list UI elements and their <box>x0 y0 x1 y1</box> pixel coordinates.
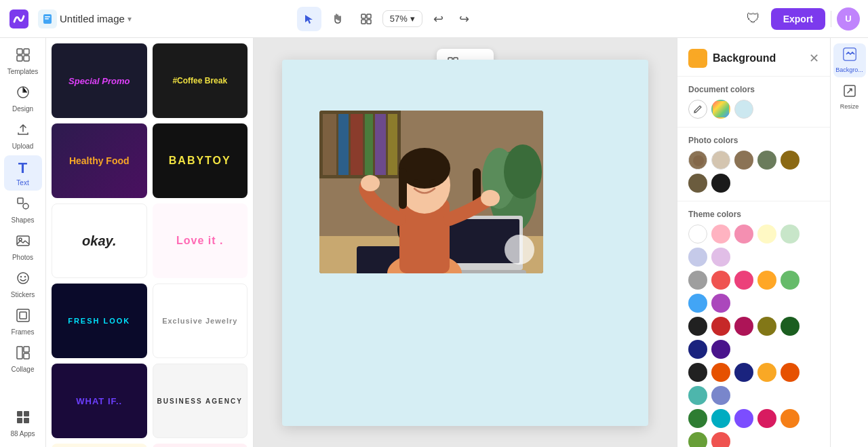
zoom-control[interactable]: 57% ▾ <box>382 10 422 27</box>
tc-0-5[interactable] <box>688 248 707 267</box>
sidebar-item-collage[interactable]: Collage <box>4 341 42 377</box>
template-card-business-agency[interactable]: BUSINESS AGENCY <box>153 364 248 438</box>
tc-0-1[interactable] <box>711 225 730 244</box>
template-text: FRESH LOOK <box>68 317 130 325</box>
tc-1-6[interactable] <box>711 294 730 313</box>
photo-color-swatch-2[interactable] <box>734 151 753 170</box>
template-text: BABYTOY <box>169 155 231 167</box>
canvas-photo-element[interactable] <box>319 111 543 273</box>
tc-1-3[interactable] <box>757 271 776 290</box>
design-label: Design <box>12 105 33 113</box>
photo-color-swatch-6[interactable] <box>711 174 730 193</box>
sidebar-item-frames[interactable]: Frames <box>4 304 42 340</box>
template-card-special-promo[interactable]: Special Promo <box>52 43 147 118</box>
apps-icon <box>16 410 31 428</box>
photo-color-swatch-3[interactable] <box>757 151 776 170</box>
shield-button[interactable]: 🛡 <box>741 7 766 31</box>
tc-3-4[interactable] <box>781 363 800 382</box>
tc-4-4[interactable] <box>781 409 800 428</box>
document-title[interactable]: Untitled image <box>60 13 125 24</box>
tc-4-0[interactable] <box>688 409 707 428</box>
view-toggle-button[interactable] <box>354 7 378 31</box>
sidebar-item-text[interactable]: T Text <box>4 155 42 191</box>
tc-0-3[interactable] <box>757 225 776 244</box>
tc-2-1[interactable] <box>711 317 730 336</box>
template-card-music[interactable]: MUSIC <box>153 444 248 447</box>
photo-color-swatch-5[interactable] <box>688 174 707 193</box>
select-tool-button[interactable] <box>297 7 321 31</box>
tc-0-0[interactable] <box>688 225 707 244</box>
tc-2-4[interactable] <box>781 317 800 336</box>
svg-rect-20 <box>17 309 29 322</box>
tc-4-1[interactable] <box>711 409 730 428</box>
template-card-what-if[interactable]: WHAT IF.. <box>52 364 147 438</box>
template-card-babytoy[interactable]: BABYTOY <box>153 123 248 198</box>
tc-1-1[interactable] <box>711 271 730 290</box>
tc-3-2[interactable] <box>734 363 753 382</box>
sidebar-item-templates[interactable]: Templates <box>4 43 42 79</box>
tc-3-6[interactable] <box>711 386 730 405</box>
tc-3-1[interactable] <box>711 363 730 382</box>
tc-2-0[interactable] <box>688 317 707 336</box>
color-edit-button[interactable] <box>688 100 707 119</box>
template-card-party-today[interactable]: Party Today <box>52 444 147 447</box>
photo-color-swatch-1[interactable] <box>711 151 730 170</box>
undo-button[interactable]: ↩ <box>427 7 451 31</box>
canva-logo[interactable] <box>8 8 30 30</box>
photo-color-swatch-4[interactable] <box>781 151 800 170</box>
tc-4-6[interactable] <box>711 432 730 447</box>
tc-1-4[interactable] <box>781 271 800 290</box>
template-card-healthy-food[interactable]: Healthy Food <box>52 123 147 198</box>
tc-1-2[interactable] <box>734 271 753 290</box>
photo-color-swatch-0[interactable] <box>688 151 707 170</box>
tc-2-3[interactable] <box>757 317 776 336</box>
svg-rect-40 <box>375 114 386 175</box>
tc-2-5[interactable] <box>688 340 707 359</box>
avatar[interactable]: U <box>837 7 860 31</box>
svg-rect-37 <box>338 114 349 175</box>
tc-1-5[interactable] <box>688 294 707 313</box>
bg-panel-close-button[interactable]: ✕ <box>809 51 819 66</box>
sidebar-item-upload[interactable]: Upload <box>4 118 42 154</box>
template-card-fresh-look[interactable]: FRESH LOOK <box>52 284 147 358</box>
svg-rect-3 <box>45 18 49 20</box>
tc-0-6[interactable] <box>711 248 730 267</box>
template-card-exclusive-jewelry[interactable]: Exclusive Jewelry <box>153 284 248 358</box>
right-sidebar-resize[interactable]: Resize <box>833 80 866 114</box>
svg-rect-2 <box>45 16 50 18</box>
template-card-coffee-break[interactable]: #Coffee Break <box>153 43 248 118</box>
right-sidebar-background[interactable]: Backgro... <box>833 43 866 77</box>
svg-point-64 <box>505 235 534 265</box>
tc-3-3[interactable] <box>757 363 776 382</box>
color-gradient-swatch[interactable] <box>711 100 730 119</box>
svg-point-19 <box>24 276 25 277</box>
tc-3-0[interactable] <box>688 363 707 382</box>
tc-0-4[interactable] <box>781 225 800 244</box>
resize-mini-label: Resize <box>840 103 859 110</box>
sidebar-item-design[interactable]: Design <box>4 81 42 117</box>
template-card-love-it[interactable]: Love it . <box>153 203 248 278</box>
sidebar-item-apps[interactable]: 88 Apps <box>4 406 42 442</box>
export-button[interactable]: Export <box>771 8 825 30</box>
svg-rect-41 <box>388 114 397 175</box>
template-card-okay[interactable]: okay. <box>52 203 147 278</box>
tc-4-5[interactable] <box>688 432 707 447</box>
document-colors-label: Document colors <box>688 85 819 94</box>
title-chevron[interactable]: ▾ <box>127 14 132 24</box>
bg-panel-title-area: Background <box>688 49 776 68</box>
svg-point-62 <box>361 175 380 191</box>
hand-tool-button[interactable] <box>326 7 350 31</box>
color-swatch-light-blue[interactable] <box>734 100 753 119</box>
sidebar-item-shapes[interactable]: Shapes <box>4 192 42 228</box>
sidebar-item-photos[interactable]: Photos <box>4 229 42 265</box>
tc-2-2[interactable] <box>734 317 753 336</box>
tc-3-5[interactable] <box>688 386 707 405</box>
tc-4-3[interactable] <box>757 409 776 428</box>
sidebar-item-stickers[interactable]: Stickers <box>4 267 42 303</box>
tc-1-0[interactable] <box>688 271 707 290</box>
tc-4-2[interactable] <box>734 409 753 428</box>
theme-row-3 <box>688 363 819 405</box>
redo-button[interactable]: ↪ <box>452 7 477 31</box>
tc-2-6[interactable] <box>711 340 730 359</box>
tc-0-2[interactable] <box>734 225 753 244</box>
